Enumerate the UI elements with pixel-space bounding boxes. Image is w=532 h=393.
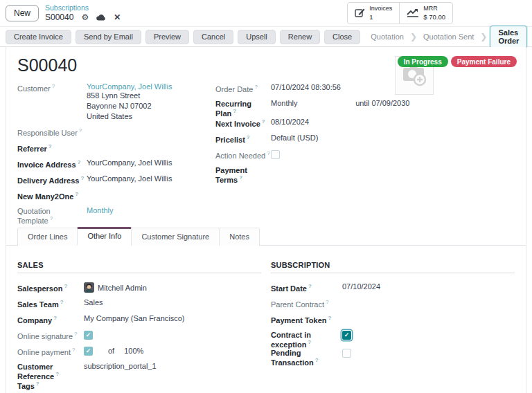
invoices-stat-button[interactable]: Invoices 1 bbox=[348, 3, 399, 24]
status-step-quotation[interactable]: Quotation bbox=[364, 33, 410, 41]
field-row-sales-team: Sales Team? Sales bbox=[17, 298, 261, 314]
help-question-mark: ? bbox=[48, 143, 52, 149]
invoice-address-label: Invoice Address? bbox=[17, 158, 87, 169]
field-row-referrer: Referrer? bbox=[17, 143, 215, 158]
online-payment-percent-field[interactable]: 100% bbox=[124, 347, 143, 355]
parent-contract-label: Parent Contract? bbox=[271, 298, 342, 309]
invoices-stat-value: 1 bbox=[369, 13, 373, 21]
help-question-mark: ? bbox=[267, 150, 269, 156]
salesperson-field[interactable]: Mitchell Admin bbox=[84, 282, 147, 293]
start-date-label: Start Date? bbox=[271, 282, 342, 293]
payment-terms-label: Payment Terms? bbox=[215, 165, 271, 184]
status-step-quotation-sent[interactable]: Quotation Sent bbox=[417, 33, 480, 41]
pricelist-label: Pricelist? bbox=[215, 134, 271, 144]
line-chart-icon bbox=[407, 8, 419, 19]
mrr-stat-label: MRR bbox=[423, 5, 438, 12]
breadcrumb-app-link[interactable]: Subscriptions bbox=[45, 4, 121, 12]
next-invoice-label: Next Invoice? bbox=[215, 118, 271, 128]
close-button[interactable]: Close bbox=[324, 30, 360, 44]
cloud-save-icon[interactable] bbox=[96, 14, 106, 21]
tags-label: Tags? bbox=[17, 380, 84, 390]
help-question-mark: ? bbox=[50, 215, 53, 221]
order-date-label: Order Date? bbox=[215, 83, 271, 93]
help-question-mark: ? bbox=[78, 159, 81, 165]
send-by-email-button[interactable]: Send by Email bbox=[76, 30, 141, 44]
customer-address-line: 858 Lynn Street bbox=[87, 91, 172, 101]
customer-reference-field[interactable]: subscription_portal_1 bbox=[84, 362, 157, 370]
customer-address-line: Bayonne NJ 07002 bbox=[87, 101, 172, 111]
recurring-plan-field[interactable]: Monthly bbox=[271, 99, 326, 107]
customer-link[interactable]: YourCompany, Joel Willis bbox=[87, 82, 172, 91]
customer-reference-label: Customer Reference? bbox=[17, 362, 84, 381]
start-date-field[interactable]: 07/10/2024 bbox=[342, 282, 380, 291]
sales-section-header: SALES bbox=[17, 261, 261, 273]
field-row-customer: Customer? YourCompany, Joel Willis 858 L… bbox=[17, 82, 215, 122]
help-question-mark: ? bbox=[79, 127, 82, 134]
help-question-mark: ? bbox=[315, 357, 319, 363]
help-question-mark: ? bbox=[308, 339, 311, 345]
field-row-start-date: Start Date? 07/10/2024 bbox=[271, 282, 515, 298]
field-row-responsible-user: Responsible User? bbox=[17, 127, 215, 143]
salesperson-avatar bbox=[84, 282, 94, 293]
customer-label: Customer? bbox=[17, 82, 87, 93]
status-step-sales-order[interactable]: Sales Order bbox=[490, 26, 527, 48]
next-invoice-field[interactable]: 08/10/2024 bbox=[271, 118, 309, 126]
edit-pencil-icon bbox=[355, 8, 365, 19]
field-row-parent-contract: Parent Contract? bbox=[271, 298, 515, 314]
delivery-address-label: Delivery Address? bbox=[17, 174, 87, 185]
create-invoice-button[interactable]: Create Invoice bbox=[6, 30, 71, 44]
help-question-mark: ? bbox=[52, 83, 55, 89]
field-row-new-many2one: New Many2One? bbox=[17, 190, 215, 206]
order-date-field[interactable]: 07/10/2024 08:30:56 bbox=[271, 83, 341, 91]
field-row-quotation-template: Quotation Template? Monthly bbox=[17, 206, 215, 225]
contract-in-exception-label: Contract in exception? bbox=[271, 330, 342, 349]
chevron-right-icon: ❯ bbox=[480, 32, 487, 42]
company-field[interactable]: My Company (San Francisco) bbox=[84, 314, 185, 322]
invoice-address-field[interactable]: YourCompany, Joel Willis bbox=[87, 158, 172, 167]
upsell-button[interactable]: Upsell bbox=[238, 30, 276, 44]
help-question-mark: ? bbox=[60, 299, 64, 305]
tab-other-info[interactable]: Other Info bbox=[77, 227, 132, 246]
field-row-action-needed: Action Needed? bbox=[215, 149, 515, 165]
preview-button[interactable]: Preview bbox=[145, 30, 189, 44]
tab-customer-signature[interactable]: Customer Signature bbox=[131, 228, 220, 246]
sales-team-field[interactable]: Sales bbox=[84, 298, 103, 307]
contract-in-exception-checkbox[interactable] bbox=[342, 331, 351, 340]
pricelist-field[interactable]: Default (USD) bbox=[271, 134, 318, 142]
form-sheet: In Progress Payment Failure S00040 Custo… bbox=[6, 47, 526, 393]
help-question-mark: ? bbox=[254, 84, 257, 90]
subscription-section: SUBSCRIPTION Start Date? 07/10/2024 Pare… bbox=[271, 261, 515, 393]
online-signature-checkbox[interactable] bbox=[84, 331, 93, 340]
online-payment-of-label: of bbox=[108, 347, 114, 355]
action-needed-label: Action Needed? bbox=[215, 149, 271, 160]
pending-transaction-checkbox[interactable] bbox=[342, 349, 351, 358]
action-bar: Create Invoice Send by Email Preview Can… bbox=[0, 26, 532, 47]
quotation-template-link[interactable]: Monthly bbox=[87, 206, 114, 214]
new-button[interactable]: New bbox=[6, 5, 39, 21]
tab-order-lines[interactable]: Order Lines bbox=[17, 228, 78, 246]
close-icon[interactable]: ✕ bbox=[114, 13, 121, 21]
field-row-invoice-address: Invoice Address? YourCompany, Joel Willi… bbox=[17, 158, 215, 174]
field-row-contract-in-exception: Contract in exception? bbox=[271, 330, 515, 349]
field-row-online-signature: Online signature? bbox=[17, 330, 261, 346]
delivery-address-field[interactable]: YourCompany, Joel Willis bbox=[87, 174, 172, 183]
status-bar: Quotation ❯ Quotation Sent ❯ Sales Order bbox=[364, 26, 527, 48]
new-many2one-label: New Many2One? bbox=[17, 190, 87, 201]
help-question-mark: ? bbox=[80, 175, 84, 181]
online-payment-checkbox[interactable] bbox=[84, 347, 93, 356]
tab-notes[interactable]: Notes bbox=[219, 228, 260, 246]
record-badges: In Progress Payment Failure bbox=[398, 56, 517, 67]
status-badge-in-progress: In Progress bbox=[398, 56, 448, 67]
mrr-stat-button[interactable]: MRR $ 70.00 bbox=[399, 3, 452, 24]
left-field-group: Customer? YourCompany, Joel Willis 858 L… bbox=[17, 82, 215, 225]
help-question-mark: ? bbox=[72, 347, 75, 353]
renew-button[interactable]: Renew bbox=[280, 30, 320, 44]
until-date-field[interactable]: 07/09/2030 bbox=[371, 99, 409, 107]
sales-section: SALES Salesperson? Mitchell Admin Sales … bbox=[17, 261, 261, 393]
gear-icon[interactable]: ⚙ bbox=[81, 13, 89, 21]
salesperson-label: Salesperson? bbox=[17, 282, 84, 293]
action-needed-checkbox[interactable] bbox=[271, 150, 280, 159]
cancel-button[interactable]: Cancel bbox=[193, 30, 233, 44]
help-question-mark: ? bbox=[308, 283, 312, 289]
mrr-stat-value: $ 70.00 bbox=[423, 13, 445, 21]
